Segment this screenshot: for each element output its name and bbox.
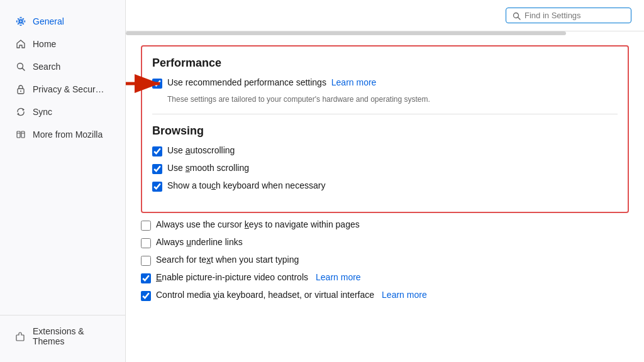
sidebar-item-extensions[interactable]: Extensions & Themes — [5, 321, 120, 351]
autoscroll-label: Use autoscrolling — [167, 145, 235, 155]
sidebar-item-home[interactable]: Home — [5, 33, 120, 55]
cursor-keys-checkbox[interactable] — [141, 221, 151, 231]
search-typing-checkbox[interactable] — [141, 256, 151, 266]
main-header — [126, 0, 644, 31]
lock-icon — [15, 84, 26, 95]
svg-point-4 — [20, 90, 21, 92]
media-control-learn-more[interactable]: Learn more — [382, 290, 427, 300]
sidebar-bottom: Extensions & Themes — [0, 315, 125, 352]
sidebar-item-search-label: Search — [33, 62, 60, 72]
search-typing-row: Search for text when you start typing — [141, 255, 629, 266]
find-in-settings-input[interactable] — [525, 11, 625, 20]
media-control-label: Control media via keyboard, headset, or … — [156, 290, 374, 300]
touch-keyboard-label: Show a touch keyboard when necessary — [167, 180, 325, 190]
sidebar-item-home-label: Home — [33, 39, 56, 49]
sidebar-item-search[interactable]: Search — [5, 56, 120, 77]
mozilla-icon — [15, 129, 26, 140]
autoscroll-row: Use autoscrolling — [152, 145, 618, 156]
extension-icon — [15, 331, 26, 342]
red-arrow — [126, 73, 165, 94]
smooth-scrolling-label: Use smooth scrolling — [167, 163, 249, 173]
sidebar-item-extensions-label: Extensions & Themes — [33, 326, 110, 346]
pip-label: Enable picture-in-picture video controls — [156, 272, 308, 282]
sidebar-item-more-label: More from Mozilla — [33, 129, 103, 140]
cursor-keys-row: Always use the cursor keys to navigate w… — [141, 219, 629, 231]
sidebar-item-general[interactable]: General — [5, 11, 120, 32]
recommended-perf-row: Use recommended performance settings Lea… — [152, 77, 618, 89]
pip-row: Enable picture-in-picture video controls… — [141, 272, 629, 283]
smooth-scrolling-row: Use smooth scrolling — [152, 163, 618, 174]
sync-icon — [15, 106, 26, 118]
browsing-title: Browsing — [152, 124, 618, 138]
svg-rect-6 — [21, 131, 25, 138]
svg-line-10 — [518, 18, 521, 20]
underline-links-checkbox[interactable] — [141, 238, 151, 248]
search-typing-label: Search for text when you start typing — [156, 255, 299, 265]
sidebar-item-sync[interactable]: Sync — [5, 101, 120, 123]
find-search-icon — [513, 11, 521, 20]
underline-links-row: Always underline links — [141, 237, 629, 248]
sidebar-item-general-label: General — [33, 16, 64, 26]
recommended-perf-learn-more[interactable]: Learn more — [331, 77, 377, 87]
home-icon — [15, 38, 26, 50]
browsing-section: Browsing Use autoscrolling Use smooth sc… — [152, 124, 618, 192]
svg-line-2 — [23, 69, 25, 71]
autoscroll-checkbox[interactable] — [152, 146, 162, 156]
svg-rect-5 — [17, 131, 20, 138]
find-in-settings-box[interactable] — [506, 8, 631, 23]
section-divider — [152, 114, 618, 114]
underline-links-label: Always underline links — [156, 237, 243, 247]
media-control-row: Control media via keyboard, headset, or … — [141, 290, 629, 301]
sidebar: General Home Search Privacy & Secur… — [0, 0, 126, 362]
smooth-scrolling-checkbox[interactable] — [152, 164, 162, 174]
pip-checkbox[interactable] — [141, 273, 151, 283]
gear-icon — [15, 16, 26, 27]
cursor-keys-label: Always use the cursor keys to navigate w… — [156, 219, 360, 229]
additional-settings: Always use the cursor keys to navigate w… — [141, 213, 629, 301]
highlight-box: Performance Use recommended performance … — [141, 45, 629, 213]
touch-keyboard-checkbox[interactable] — [152, 182, 162, 192]
media-control-checkbox[interactable] — [141, 291, 151, 301]
recommended-perf-desc: These settings are tailored to your comp… — [167, 95, 618, 104]
recommended-perf-label: Use recommended performance settings — [167, 77, 326, 87]
content-area: Performance Use recommended performance … — [126, 35, 644, 317]
sidebar-item-privacy-label: Privacy & Secur… — [33, 84, 104, 94]
pip-learn-more[interactable]: Learn more — [316, 272, 361, 282]
sidebar-item-privacy[interactable]: Privacy & Secur… — [5, 79, 120, 100]
performance-section: Performance Use recommended performance … — [152, 57, 618, 104]
sidebar-item-more[interactable]: More from Mozilla — [5, 124, 120, 145]
search-icon — [15, 61, 26, 72]
sidebar-item-sync-label: Sync — [33, 107, 52, 117]
performance-title: Performance — [152, 57, 618, 70]
touch-keyboard-row: Show a touch keyboard when necessary — [152, 180, 618, 192]
main-content: Performance Use recommended performance … — [126, 0, 644, 362]
